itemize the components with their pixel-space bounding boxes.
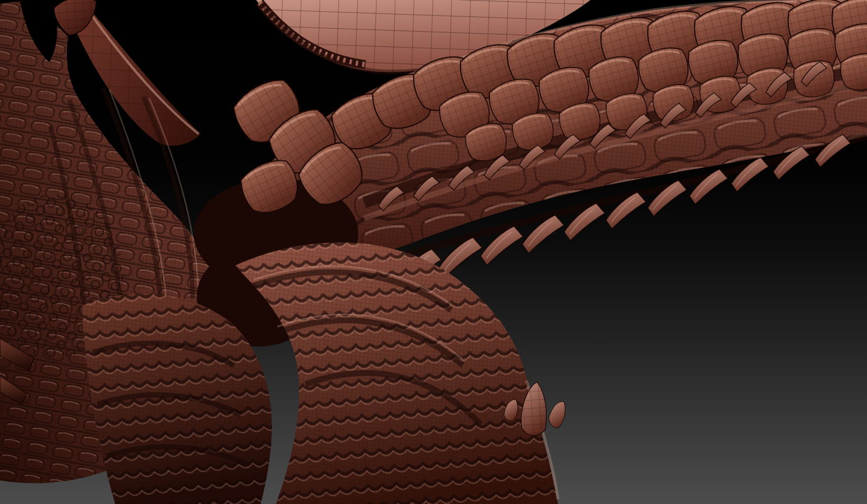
- sculpt-viewport[interactable]: [0, 0, 867, 504]
- dragon-model-canvas[interactable]: [0, 0, 867, 504]
